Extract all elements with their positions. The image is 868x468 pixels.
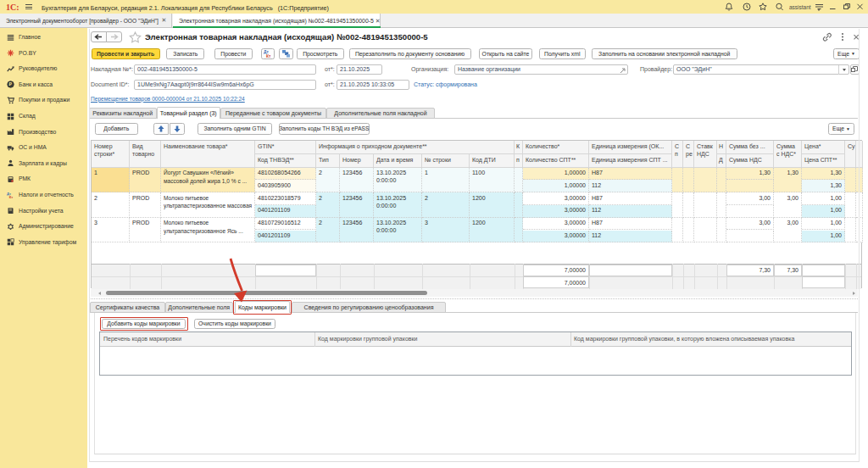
svg-text:Ꝑ: Ꝑ bbox=[8, 82, 12, 87]
svg-text:assistant: assistant bbox=[789, 4, 811, 10]
svg-text:Кт: Кт bbox=[9, 195, 14, 199]
